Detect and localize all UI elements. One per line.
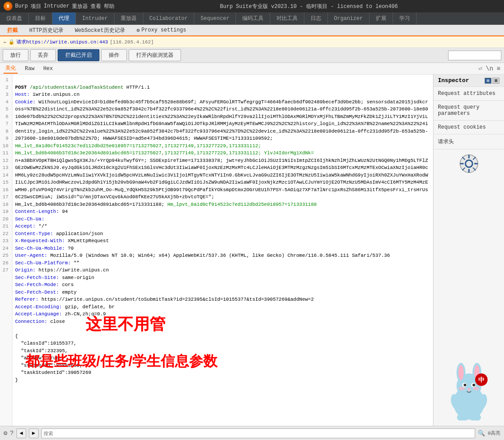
format-tab-pretty[interactable]: 美化 (4, 63, 18, 74)
burp-logo: B (4, 2, 12, 11)
lock-icon: 🔒 (8, 39, 15, 45)
intercept-button[interactable]: 拦截已开启 (58, 49, 99, 61)
svg-point-21 (473, 387, 479, 390)
title-bar: B Burp 项目 Intruder 重放器 查看 帮助 Burp Suite专… (0, 0, 504, 12)
inspector-query-params[interactable]: Request query parameters (433, 101, 504, 121)
request-url-bar: ✏ 🔒 请求https://iwrite.unipus.cn:443 [116.… (0, 36, 504, 48)
inspector-headers[interactable]: 请求头 (433, 134, 504, 149)
tab-proxy-settings[interactable]: ⚙ Proxy settings (131, 25, 192, 35)
format-tab-bar: 美化 Raw Hex ⏎ \n ≡ (0, 63, 504, 75)
tab-http-history[interactable]: HTTP历史记录 (24, 25, 69, 35)
menu-project[interactable]: 项目 (31, 3, 41, 10)
request-ip: [116.205.4.162] (110, 39, 154, 45)
tab-target[interactable]: 目标 (29, 12, 52, 24)
more-options-icon[interactable]: ≡ (497, 65, 500, 72)
svg-point-22 (468, 388, 470, 391)
app-title: Burp Suite专业版 v2023.10 - 临时项目 - licensed… (117, 3, 500, 10)
settings-icon[interactable]: ⚙ (4, 429, 7, 437)
drop-button[interactable]: 丢弃 (30, 49, 56, 61)
inspector-cookies[interactable]: Request cookies (433, 121, 504, 134)
line-numbers: 1234 5678 9101112 13141516 17181920 2122… (0, 75, 12, 426)
format-tab-hex[interactable]: Hex (42, 65, 55, 73)
tab-learn[interactable]: 学习 (393, 12, 417, 24)
proxy-wheel-icon (459, 154, 479, 175)
tab-sequencer[interactable]: Sequencer (194, 12, 236, 24)
match-count: 0高亮 (488, 430, 500, 436)
tab-dashboard[interactable]: 仪表盘 (0, 12, 29, 24)
search-icon: 🔍 (478, 430, 485, 437)
svg-text:中: 中 (478, 376, 484, 383)
toggle-btn-1[interactable]: ▤ (484, 78, 492, 84)
menu-help[interactable]: 帮助 (104, 3, 114, 10)
tab-organizer[interactable]: Organizer (328, 12, 370, 24)
status-search-input[interactable] (41, 428, 476, 438)
inspector-toggle: ▤ ▥ (484, 78, 500, 84)
annotation-2: 都是些班级/任务/学生信息参数 (25, 353, 218, 369)
tab-comparer[interactable]: 对比工具 (270, 12, 304, 24)
open-browser-button[interactable]: 打开内嵌浏览器 (129, 49, 181, 61)
gear-icon: ⚙ (137, 27, 140, 34)
svg-point-13 (458, 365, 464, 380)
svg-point-18 (464, 384, 466, 386)
request-url: 请求https://iwrite.unipus.cn:443 (16, 39, 108, 45)
forward-button[interactable]: 放行 (3, 49, 28, 61)
inspector-panel: Inspector ▤ ▥ Request attributes Request… (433, 75, 504, 426)
menu-view[interactable]: 查看 (91, 3, 101, 10)
menu-intruder[interactable]: Intruder (44, 3, 70, 9)
back-button[interactable]: ◀ (16, 428, 26, 438)
request-body[interactable]: POST /api/studenttask/loadTaskStudent HT… (12, 75, 433, 426)
tab-websocket-history[interactable]: WebSocket历史记录 (70, 25, 130, 35)
mascot: 中 (442, 354, 496, 422)
newline-icon[interactable]: \n (486, 65, 493, 72)
edit-icon: ✏ (4, 39, 7, 45)
wrap-icon[interactable]: ⏎ (478, 65, 482, 72)
annotation-1: 这里不用管 (86, 314, 165, 334)
tab-logger[interactable]: 日志 (304, 12, 328, 24)
svg-point-19 (472, 384, 475, 386)
tab-extensions[interactable]: 扩展 (370, 12, 393, 24)
svg-point-20 (459, 387, 465, 390)
action-button[interactable]: 操作 (101, 49, 127, 61)
forward-nav-button[interactable]: ▶ (29, 428, 39, 438)
sub-tab-bar: 拦截 HTTP历史记录 WebSocket历史记录 ⚙ Proxy settin… (0, 25, 504, 36)
main-tab-bar: 仪表盘 目标 代理 Intruder 重放器 Collaborator Sequ… (0, 12, 504, 25)
help-icon[interactable]: ? (10, 430, 13, 437)
status-bar: ⚙ ? ◀ ▶ 🔍 0高亮 (0, 426, 504, 440)
toggle-btn-2[interactable]: ▥ (492, 78, 500, 84)
editor-search-input[interactable] (448, 51, 501, 60)
tab-intercept[interactable]: 拦截 (2, 25, 23, 36)
inspector-request-attributes[interactable]: Request attributes (433, 87, 504, 101)
tab-repeater[interactable]: 重放器 (114, 12, 143, 24)
tab-proxy[interactable]: 代理 (52, 12, 76, 24)
format-tab-raw[interactable]: Raw (23, 65, 36, 73)
action-toolbar: 放行 丢弃 拦截已开启 操作 打开内嵌浏览器 (0, 48, 504, 63)
tab-decoder[interactable]: 编码工具 (236, 12, 270, 24)
tab-intruder[interactable]: Intruder (76, 12, 114, 24)
menu-repeater[interactable]: 重放器 (72, 3, 88, 10)
inspector-header: Inspector ▤ ▥ (433, 75, 504, 87)
editor-panel: 1234 5678 9101112 13141516 17181920 2122… (0, 75, 433, 426)
menu-burp[interactable]: Burp (15, 3, 28, 9)
inspector-title: Inspector (438, 77, 469, 84)
tab-collaborator[interactable]: Collaborator (143, 12, 194, 24)
